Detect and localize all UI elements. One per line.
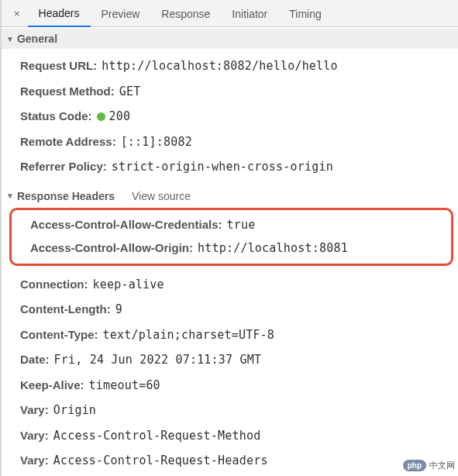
header-row: Access-Control-Allow-Origin: http://loca… — [30, 236, 443, 260]
header-key: Date: — [20, 351, 50, 369]
header-val: Access-Control-Request-Headers — [53, 452, 268, 470]
header-val: 200 — [109, 108, 131, 126]
watermark-pill: php — [403, 460, 426, 471]
header-key: Vary: — [20, 427, 49, 445]
header-row: Vary: Access-Control-Request-Method — [20, 423, 458, 449]
general-list: Request URL: http://localhost:8082/hello… — [2, 49, 458, 185]
header-key: Status Code: — [20, 108, 92, 126]
caret-down-icon: ▼ — [6, 191, 14, 200]
header-key: Content-Length: — [20, 301, 111, 319]
header-val: true — [227, 216, 256, 234]
header-key: Request Method: — [20, 83, 115, 101]
header-val: Access-Control-Request-Method — [53, 427, 261, 445]
header-row: Request URL: http://localhost:8082/hello… — [20, 53, 458, 79]
header-row: Date: Fri, 24 Jun 2022 07:11:37 GMT — [20, 347, 458, 373]
section-title: General — [17, 33, 57, 45]
header-val: 9 — [115, 301, 122, 319]
header-key: Connection: — [20, 276, 88, 294]
header-key: Vary: — [20, 452, 49, 470]
close-icon[interactable]: × — [6, 2, 28, 26]
header-key: Content-Type: — [20, 326, 98, 344]
header-key: Keep-Alive: — [20, 377, 84, 395]
section-general-header[interactable]: ▼ General — [2, 29, 458, 49]
tab-preview[interactable]: Preview — [91, 1, 151, 26]
header-row: Vary: Origin — [20, 398, 458, 423]
header-val: timeout=60 — [89, 377, 160, 395]
header-key: Request URL: — [20, 57, 97, 75]
header-val: GET — [119, 83, 141, 101]
caret-down-icon: ▼ — [6, 35, 14, 43]
header-row: Access-Control-Allow-Credentials: true — [30, 213, 443, 237]
status-dot-icon — [97, 112, 105, 121]
header-key: Access-Control-Allow-Credentials: — [30, 216, 222, 234]
header-row: Referrer Policy: strict-origin-when-cros… — [20, 154, 458, 180]
section-response-header[interactable]: ▼ Response Headers View source — [2, 186, 458, 206]
header-row: Request Method: GET — [20, 79, 458, 105]
header-val: http://localhost:8081 — [198, 240, 348, 257]
header-key: Access-Control-Allow-Origin: — [30, 240, 193, 257]
header-val: Origin — [53, 402, 96, 419]
header-val: strict-origin-when-cross-origin — [112, 158, 333, 176]
header-row: Content-Type: text/plain;charset=UTF-8 — [20, 323, 458, 348]
watermark-text: 中文网 — [429, 460, 455, 471]
header-val: keep-alive — [93, 276, 164, 294]
highlighted-headers: Access-Control-Allow-Credentials: true A… — [9, 208, 453, 266]
watermark: php 中文网 — [403, 460, 455, 471]
header-val: [::1]:8082 — [121, 133, 192, 151]
header-row: Status Code: 200 — [20, 104, 458, 129]
panel-tabs: × Headers Preview Response Initiator Tim… — [2, 0, 458, 27]
header-row: Vary: Access-Control-Request-Headers — [20, 448, 458, 474]
header-val: Fri, 24 Jun 2022 07:11:37 GMT — [54, 351, 262, 369]
tab-timing[interactable]: Timing — [278, 1, 332, 26]
header-row: Remote Address: [::1]:8082 — [20, 129, 458, 155]
section-title: Response Headers — [17, 190, 115, 202]
header-row: Keep-Alive: timeout=60 — [20, 373, 458, 398]
header-val: text/plain;charset=UTF-8 — [103, 326, 275, 344]
header-key: Remote Address: — [20, 133, 116, 151]
header-row: Connection: keep-alive — [20, 272, 458, 298]
header-val: http://localhost:8082/hello/hello — [102, 57, 338, 75]
response-list: Connection: keep-alive Content-Length: 9… — [2, 267, 458, 477]
view-source-link[interactable]: View source — [132, 190, 191, 202]
tab-headers[interactable]: Headers — [28, 0, 91, 27]
header-key: Vary: — [20, 402, 49, 419]
header-row: Content-Length: 9 — [20, 297, 458, 323]
header-key: Referrer Policy: — [20, 158, 107, 176]
tab-response[interactable]: Response — [150, 1, 221, 26]
tab-initiator[interactable]: Initiator — [221, 1, 278, 26]
